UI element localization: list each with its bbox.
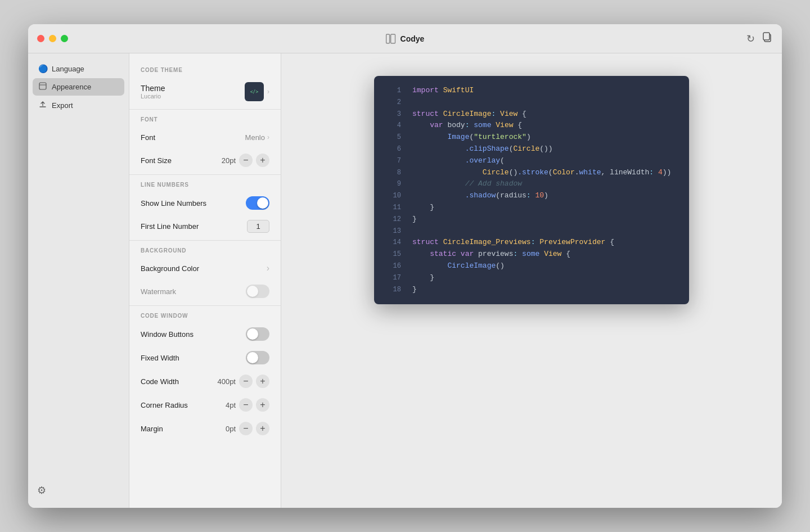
font-value-text: Menlo (245, 133, 265, 142)
window-buttons-toggle-thumb (247, 328, 258, 340)
title-bar-center: Codye (386, 34, 425, 44)
sidebar-bottom: ⚙ (33, 480, 124, 501)
code-line-7: 7 .overlay( (374, 155, 689, 167)
code-line-18: 18 } (374, 284, 689, 296)
margin-decrease-button[interactable]: − (239, 422, 253, 435)
code-width-row: Code Width 400pt − + (129, 369, 281, 393)
svg-rect-1 (391, 34, 395, 43)
title-bar: Codye ↻ (28, 24, 782, 53)
first-line-number-value[interactable]: 1 (247, 220, 269, 233)
show-line-numbers-toggle[interactable] (246, 196, 269, 210)
toggle-thumb (257, 197, 268, 209)
first-line-number-label: First Line Number (141, 222, 199, 231)
code-theme-section-header: CODE THEME (129, 62, 281, 76)
corner-radius-stepper: 4pt − + (215, 398, 269, 412)
fixed-width-label: Fixed Width (141, 354, 179, 362)
code-line-6: 6 .clipShape(Circle()) (374, 143, 689, 155)
theme-preview-code: </> (250, 89, 258, 94)
traffic-lights (37, 35, 68, 42)
margin-increase-button[interactable]: + (256, 422, 269, 435)
sidebar-item-appearance[interactable]: Appearence (33, 78, 124, 96)
copy-button[interactable] (762, 31, 773, 46)
sidebar-item-language[interactable]: 🔵 Language (33, 60, 124, 77)
theme-preview[interactable]: </> › (245, 82, 269, 101)
fixed-width-toggle[interactable] (246, 351, 269, 364)
theme-label: Theme (141, 84, 165, 93)
traffic-light-yellow[interactable] (49, 35, 56, 42)
watermark-label: Watermark (141, 287, 176, 296)
window-buttons-label: Window Buttons (141, 330, 194, 339)
code-line-4: 4 var body: some View { (374, 120, 689, 132)
margin-row: Margin 0pt − + (129, 417, 281, 440)
code-line-14: 14 struct CircleImage_Previews: PreviewP… (374, 237, 689, 249)
corner-radius-increase-button[interactable]: + (256, 398, 269, 412)
preview-area: 1 import SwiftUI 2 3 struct CircleImage:… (281, 53, 782, 508)
font-size-label: Font Size (141, 156, 172, 165)
font-size-decrease-button[interactable]: − (239, 154, 253, 167)
sidebar-item-export[interactable]: Export (33, 97, 124, 114)
svg-rect-3 (763, 33, 770, 40)
app-window: Codye ↻ 🔵 Language (28, 24, 782, 508)
margin-value: 0pt (215, 425, 236, 433)
language-icon: 🔵 (38, 64, 47, 73)
code-line-15: 15 static var previews: some View { (374, 249, 689, 260)
code-line-11: 11 } (374, 202, 689, 214)
code-line-1: 1 import SwiftUI (374, 85, 689, 97)
watermark-row: Watermark (129, 279, 281, 303)
margin-label: Margin (141, 425, 163, 433)
code-width-increase-button[interactable]: + (256, 375, 269, 388)
watermark-toggle[interactable] (246, 285, 269, 298)
code-line-13: 13 (374, 226, 689, 237)
corner-radius-value: 4pt (215, 401, 236, 409)
code-width-decrease-button[interactable]: − (239, 375, 253, 388)
window-buttons-row: Window Buttons (129, 322, 281, 346)
appearance-icon (38, 82, 47, 92)
corner-radius-row: Corner Radius 4pt − + (129, 393, 281, 417)
background-color-row: Background Color › (129, 257, 281, 279)
background-color-label: Background Color (141, 264, 199, 273)
theme-sub: Lucario (141, 93, 165, 100)
code-line-17: 17 } (374, 272, 689, 284)
code-content: 1 import SwiftUI 2 3 struct CircleImage:… (374, 76, 689, 304)
code-width-label: Code Width (141, 377, 179, 386)
code-width-value: 400pt (215, 377, 236, 386)
divider-4 (129, 305, 281, 306)
settings-panel: CODE THEME Theme Lucario </> › FONT Font (129, 53, 281, 508)
font-label: Font (141, 133, 155, 142)
font-size-increase-button[interactable]: + (256, 154, 269, 167)
margin-stepper: 0pt − + (215, 422, 269, 435)
theme-chevron-icon: › (267, 88, 269, 96)
traffic-light-red[interactable] (37, 35, 44, 42)
font-value[interactable]: Menlo › (245, 133, 269, 142)
corner-radius-decrease-button[interactable]: − (239, 398, 253, 412)
sidebar-item-export-label: Export (52, 101, 73, 110)
code-width-stepper: 400pt − + (215, 375, 269, 388)
font-size-row: Font Size 20pt − + (129, 148, 281, 172)
window-buttons-toggle[interactable] (246, 327, 269, 341)
theme-row: Theme Lucario </> › (129, 76, 281, 107)
background-section-header: BACKGROUND (129, 243, 281, 257)
watermark-toggle-thumb (247, 286, 258, 297)
divider-3 (129, 240, 281, 241)
line-numbers-section-header: LINE NUMBERS (129, 177, 281, 191)
divider-1 (129, 109, 281, 110)
code-line-12: 12 } (374, 214, 689, 226)
font-size-value: 20pt (215, 156, 236, 165)
app-title: Codye (400, 34, 425, 43)
code-window: 1 import SwiftUI 2 3 struct CircleImage:… (374, 76, 689, 304)
fixed-width-toggle-thumb (247, 352, 258, 363)
gear-button[interactable]: ⚙ (37, 485, 46, 496)
svg-rect-0 (386, 34, 390, 43)
refresh-button[interactable]: ↻ (746, 33, 755, 45)
show-line-numbers-label: Show Line Numbers (141, 199, 206, 208)
font-section-header: FONT (129, 112, 281, 126)
theme-preview-box: </> (245, 82, 264, 101)
code-window-section-header: CODE WINDOW (129, 308, 281, 322)
font-row: Font Menlo › (129, 126, 281, 148)
theme-info: Theme Lucario (141, 84, 165, 100)
divider-2 (129, 174, 281, 175)
show-line-numbers-row: Show Line Numbers (129, 191, 281, 215)
traffic-light-green[interactable] (61, 35, 68, 42)
code-line-8: 8 Circle().stroke(Color.white, lineWidth… (374, 167, 689, 179)
background-color-chevron-icon[interactable]: › (267, 263, 269, 273)
